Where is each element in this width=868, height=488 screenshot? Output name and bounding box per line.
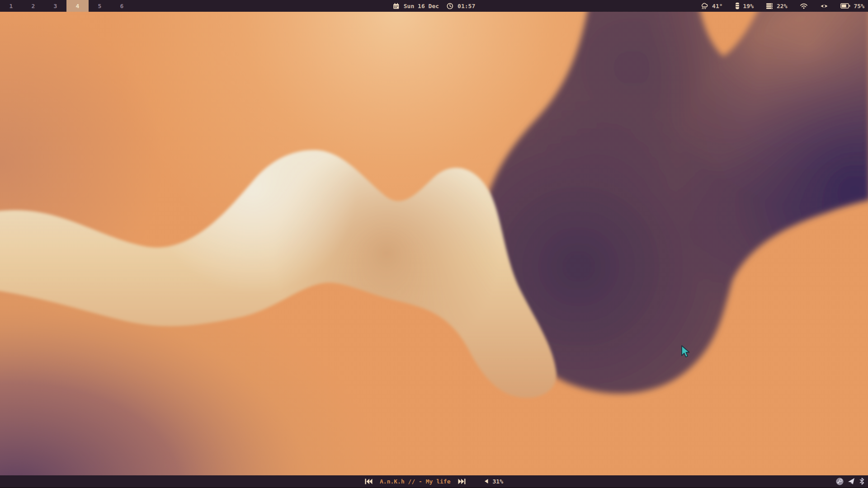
workspace-2[interactable]: 2: [22, 0, 44, 12]
workspace-switcher: 1 2 3 4 5 6: [0, 0, 133, 12]
clock-icon: [447, 3, 453, 9]
screen-filter-module[interactable]: [820, 3, 828, 9]
speaker-icon: [484, 479, 489, 484]
memory-module: 19%: [735, 2, 754, 9]
workspace-1[interactable]: 1: [0, 0, 22, 12]
bottom-status-bar: A.n.K.h // - My life 31%: [0, 475, 868, 488]
top-status-bar: 1 2 3 4 5 6 Sun 16 Dec: [0, 0, 868, 12]
steam-icon[interactable]: [836, 478, 844, 485]
volume-module[interactable]: 31%: [484, 478, 503, 485]
battery-module: 75%: [840, 3, 864, 9]
battery-percentage: 75%: [854, 3, 864, 9]
workspace-3[interactable]: 3: [44, 0, 66, 12]
battery-icon: [840, 3, 850, 9]
eye-icon: [820, 3, 828, 9]
disk-usage: 22%: [777, 3, 787, 9]
workspace-6[interactable]: 6: [111, 0, 133, 12]
workspace-5[interactable]: 5: [89, 0, 111, 12]
desktop: 1 2 3 4 5 6 Sun 16 Dec: [0, 0, 868, 488]
weather-module: 41°: [700, 2, 722, 10]
date-label: Sun 16 Dec: [404, 3, 439, 9]
previous-track-icon[interactable]: [365, 479, 373, 484]
memory-usage: 19%: [743, 3, 754, 9]
workspace-4-active[interactable]: 4: [66, 0, 89, 12]
wallpaper-image: [0, 0, 868, 488]
telegram-icon[interactable]: [848, 478, 855, 485]
now-playing-title: A.n.K.h // - My life: [380, 478, 451, 485]
next-track-icon[interactable]: [458, 479, 466, 484]
weather-temperature: 41°: [712, 3, 722, 9]
wifi-icon: [800, 3, 808, 9]
status-modules: 41° 19%: [700, 0, 864, 12]
disk-module: 22%: [766, 3, 787, 9]
system-tray: [836, 475, 865, 487]
wifi-module[interactable]: [800, 3, 808, 9]
media-player-module: A.n.K.h // - My life 31%: [365, 475, 503, 487]
cloud-rain-icon: [700, 2, 708, 10]
calendar-icon: [393, 3, 400, 9]
volume-percentage: 31%: [493, 478, 503, 485]
harddisk-icon: [766, 3, 773, 9]
memory-icon: [735, 2, 740, 9]
bluetooth-icon[interactable]: [859, 478, 865, 485]
time-label: 01:57: [458, 3, 475, 9]
datetime-module: Sun 16 Dec 01:57: [393, 0, 475, 12]
